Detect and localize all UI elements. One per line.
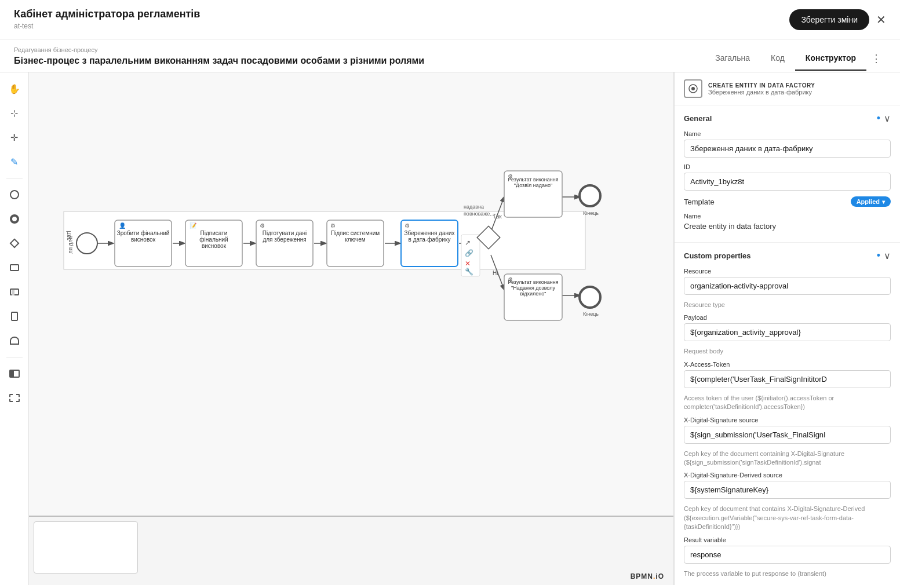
custom-properties-chevron[interactable]: ∨ xyxy=(884,250,891,261)
result-variable-note: The process variable to put response to … xyxy=(684,569,891,578)
main-content: ✋ ⊹ ✛ ✎ xyxy=(0,72,900,585)
header-title-block: Кабінет адміністратора регламентів at-te… xyxy=(14,8,200,31)
start-event-shape xyxy=(76,233,97,254)
general-chevron[interactable]: ∨ xyxy=(884,113,891,124)
tool-db[interactable] xyxy=(4,330,25,351)
panel-header: CREATE ENTITY IN DATA FACTORY Збереження… xyxy=(675,72,900,105)
end2-label: Кінець xyxy=(583,311,599,317)
tool-select[interactable]: ⊹ xyxy=(4,103,25,123)
template-badge[interactable]: Applied ▾ xyxy=(851,196,891,207)
x-access-token-input[interactable] xyxy=(684,370,891,388)
title-block: Редагування бізнес-процесу Бізнес-процес… xyxy=(14,46,424,72)
template-badge-chevron: ▾ xyxy=(882,199,885,205)
panel-title-top: CREATE ENTITY IN DATA FACTORY xyxy=(708,82,891,89)
end1-shape xyxy=(580,185,600,206)
name-label: Name xyxy=(684,130,891,137)
end2-shape xyxy=(580,287,600,308)
tool-dashed-rect[interactable] xyxy=(4,388,25,408)
bottom-box xyxy=(34,521,138,574)
nav-tabs: Загальна Код Конструктор ⋮ xyxy=(705,45,886,72)
toolbar-divider-2 xyxy=(6,357,23,357)
template-badge-text: Applied xyxy=(857,198,880,205)
custom-properties-title: Custom properties xyxy=(684,251,751,260)
id-input[interactable] xyxy=(684,173,891,191)
tool-rect[interactable] xyxy=(4,257,25,278)
general-actions: • ∨ xyxy=(877,112,891,125)
result-variable-label: Result variable xyxy=(684,536,891,543)
app-subtitle: at-test xyxy=(14,22,33,30)
app-header: Кабінет адміністратора регламентів at-te… xyxy=(0,0,900,39)
tool-doc[interactable] xyxy=(4,306,25,327)
general-title: General xyxy=(684,114,712,123)
toolbar: ✋ ⊹ ✛ ✎ xyxy=(0,72,29,585)
ctx-link: 🔗 xyxy=(465,249,473,257)
breadcrumb: Редагування бізнес-процесу xyxy=(14,46,424,53)
right-panel: CREATE ENTITY IN DATA FACTORY Збереження… xyxy=(674,72,900,585)
tool-hand[interactable]: ✋ xyxy=(4,78,25,99)
tool-swimlane[interactable] xyxy=(4,363,25,384)
label-nadannya: надавна xyxy=(464,204,484,210)
tool-circle-empty[interactable] xyxy=(4,184,25,205)
x-digital-sig-note: Ceph key of the document containing X-Di… xyxy=(684,450,891,468)
lane-label-text3: ля xyxy=(67,247,74,254)
custom-properties-actions: • ∨ xyxy=(877,250,891,262)
app-title: Кабінет адміністратора регламентів xyxy=(14,8,200,20)
request-body-label: Request body xyxy=(684,347,891,356)
bottom-panel xyxy=(29,516,673,585)
bpmn-watermark: BPMN.iO xyxy=(631,572,664,580)
save-button[interactable]: Зберегти зміни xyxy=(789,9,869,30)
custom-properties-header: Custom properties • ∨ xyxy=(684,250,891,262)
x-digital-sig-input[interactable] xyxy=(684,426,891,444)
result-variable-input[interactable] xyxy=(684,546,891,564)
tool-pen[interactable]: ✎ xyxy=(4,151,25,172)
label-no: Ні xyxy=(493,270,498,276)
toolbar-divider-1 xyxy=(6,178,23,178)
x-digital-sig-derived-note: Ceph key of document that contains X-Dig… xyxy=(684,505,891,531)
general-dot[interactable]: • xyxy=(877,112,880,125)
panel-title-sub: Збереження даних в дата-фабрику xyxy=(708,89,891,96)
task4-icon: ⚙ xyxy=(330,222,336,229)
nav-more-button[interactable]: ⋮ xyxy=(866,45,886,72)
entity-icon xyxy=(688,83,698,94)
page-title: Бізнес-процес з паралельним виконанням з… xyxy=(14,56,424,72)
panel-title-block: CREATE ENTITY IN DATA FACTORY Збереження… xyxy=(708,82,891,96)
x-access-token-label: X-Access-Token xyxy=(684,361,891,368)
end1-label: Кінець xyxy=(583,210,599,216)
custom-properties-section: Custom properties • ∨ Resource Resource … xyxy=(675,243,900,585)
svg-point-1 xyxy=(691,87,695,90)
general-section-header: General • ∨ xyxy=(684,112,891,125)
tab-constructor[interactable]: Конструктор xyxy=(795,46,866,71)
resource-label: Resource xyxy=(684,268,891,275)
close-button[interactable]: ✕ xyxy=(876,13,886,27)
resource-type-label: Resource type xyxy=(684,301,891,309)
task3-icon: ⚙ xyxy=(260,222,265,229)
ctx-morph: ↗ xyxy=(465,239,471,247)
x-digital-sig-derived-input[interactable] xyxy=(684,481,891,499)
x-digital-sig-label: X-Digital-Signature source xyxy=(684,417,891,423)
payload-input[interactable] xyxy=(684,323,891,341)
resource-input[interactable] xyxy=(684,277,891,295)
template-name-label: Name xyxy=(684,213,891,220)
id-label: ID xyxy=(684,163,891,170)
header-actions: Зберегти зміни ✕ xyxy=(789,9,886,30)
tool-move[interactable]: ✛ xyxy=(4,127,25,148)
tab-general[interactable]: Загальна xyxy=(705,46,760,71)
tab-code[interactable]: Код xyxy=(760,46,795,71)
name-input[interactable] xyxy=(684,140,891,158)
tool-rect-icon[interactable] xyxy=(4,282,25,302)
payload-label: Payload xyxy=(684,314,891,321)
x-digital-sig-derived-label: X-Digital-Signature-Derived source xyxy=(684,472,891,479)
panel-icon xyxy=(684,79,702,98)
template-label: Template xyxy=(684,198,715,206)
tool-circle-filled[interactable] xyxy=(4,209,25,229)
canvas-area[interactable]: ✋ ⊹ ✛ ✎ xyxy=(0,72,674,585)
tool-diamond[interactable] xyxy=(4,233,25,254)
custom-properties-dot[interactable]: • xyxy=(877,250,880,262)
diagram-area[interactable]: заті для ля Так xyxy=(29,72,673,585)
label-povnovajen: повноваже... xyxy=(464,211,494,217)
sub-header: Редагування бізнес-процесу Бізнес-процес… xyxy=(0,39,900,72)
x-access-token-note: Access token of the user (${initiator().… xyxy=(684,394,891,412)
diagram-svg: заті для ля Так xyxy=(29,72,673,420)
ctx-tool: 🔧 xyxy=(465,267,473,276)
template-name-value: Create entity in data factory xyxy=(684,222,891,231)
